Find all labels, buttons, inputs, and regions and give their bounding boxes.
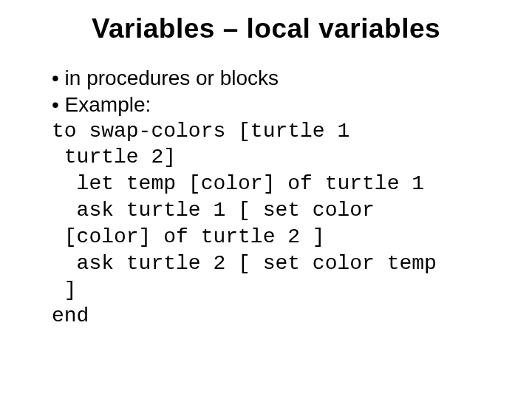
code-line: ] (52, 279, 77, 301)
code-line: to swap-colors [turtle 1 (52, 120, 349, 143)
slide-content: in procedures or blocks Example: to swap… (0, 65, 532, 330)
code-line: let temp [color] of turtle 1 (52, 172, 424, 195)
bullet-item: Example: (52, 92, 480, 118)
slide-title: Variables – local variables (0, 13, 532, 44)
code-line: ask turtle 2 [ set color temp (52, 252, 437, 275)
bullet-item: in procedures or blocks (52, 65, 480, 92)
code-line: [color] of turtle 2 ] (52, 225, 325, 248)
code-block: to swap-colors [turtle 1 turtle 2] let t… (52, 118, 480, 330)
code-line: ask turtle 1 [ set color (52, 199, 375, 222)
code-line: turtle 2] (52, 146, 176, 168)
code-line: end (52, 304, 89, 327)
